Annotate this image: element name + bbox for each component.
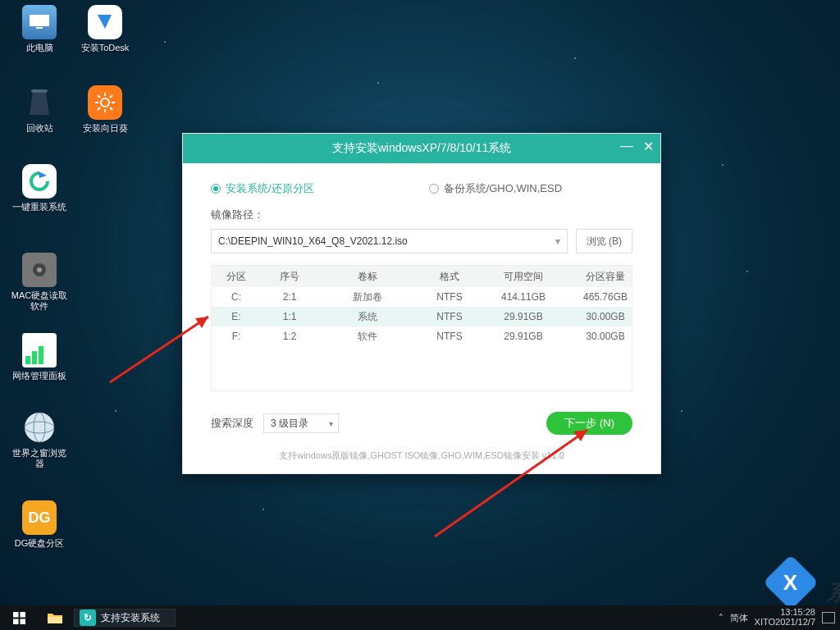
- svg-rect-24: [20, 619, 25, 624]
- desktop-icon-reinstall[interactable]: 一键重装系统: [10, 164, 69, 212]
- radio-dot-icon: [211, 184, 221, 194]
- svg-line-15: [110, 95, 112, 98]
- image-path-value: C:\DEEPIN_WIN10_X64_Q8_V2021.12.iso: [218, 235, 408, 247]
- taskbar-app-installer[interactable]: ↻ 支持安装系统: [74, 609, 176, 627]
- svg-rect-0: [30, 15, 49, 26]
- image-path-label: 镜像路径：: [199, 208, 644, 229]
- desktop-icon-todesk[interactable]: 安装ToDesk: [75, 5, 135, 53]
- system-tray[interactable]: ˄ 简体 13:15:28 XITO2021/12/7: [719, 608, 840, 627]
- desktop-icon-dg-partition[interactable]: DG DG硬盘分区: [10, 500, 69, 549]
- svg-point-4: [37, 267, 42, 272]
- tab-backup[interactable]: 备份系统/GHO,WIN,ESD: [429, 181, 562, 196]
- svg-rect-22: [20, 612, 25, 618]
- tab-install-restore[interactable]: 安装系统/还原分区: [211, 181, 314, 196]
- minimize-button[interactable]: —: [621, 140, 632, 152]
- watermark: X 系统: [733, 561, 840, 607]
- svg-rect-1: [36, 27, 43, 29]
- desktop-icon-recycle-bin[interactable]: 回收站: [10, 85, 69, 134]
- desktop-icon-network-panel[interactable]: 网络管理面板: [10, 333, 69, 381]
- dropdown-icon[interactable]: ▾: [555, 235, 560, 247]
- desktop-icon-this-pc[interactable]: 此电脑: [10, 5, 69, 53]
- footer-hint: 支持windows原版镜像,GHOST ISO镜像,GHO,WIM,ESD镜像安…: [199, 445, 644, 462]
- installer-window: 支持安装windowsXP/7/8/10/11系统 — ✕ 安装系统/还原分区 …: [182, 133, 661, 474]
- clock-date: XITO2021/12/7: [755, 618, 815, 628]
- svg-rect-23: [13, 619, 19, 624]
- close-button[interactable]: ✕: [642, 140, 654, 152]
- desktop-icon-sunflower[interactable]: 安装向日葵: [75, 85, 135, 134]
- table-row[interactable]: E:1:1系统NTFS29.91GB30.00GB: [212, 307, 632, 326]
- notification-icon[interactable]: [822, 612, 835, 623]
- radio-dot-icon: [429, 184, 439, 194]
- ime-indicator[interactable]: 简体: [730, 612, 748, 624]
- start-button[interactable]: [0, 605, 38, 630]
- svg-line-13: [98, 95, 100, 98]
- image-path-input[interactable]: C:\DEEPIN_WIN10_X64_Q8_V2021.12.iso ▾: [211, 229, 568, 253]
- next-button[interactable]: 下一步 (N): [546, 412, 632, 435]
- table-row[interactable]: F:1:2软件NTFS29.91GB30.00GB: [212, 326, 632, 346]
- window-title: 支持安装windowsXP/7/8/10/11系统: [332, 141, 512, 156]
- svg-rect-25: [48, 617, 62, 623]
- search-depth-dropdown[interactable]: 3 级目录: [263, 413, 339, 433]
- titlebar: 支持安装windowsXP/7/8/10/11系统 — ✕: [183, 134, 660, 163]
- svg-point-8: [101, 98, 109, 107]
- windows-icon: [13, 612, 25, 624]
- svg-line-14: [110, 107, 112, 110]
- desktop-icon-mac-hdd[interactable]: MAC硬盘读取软件: [10, 253, 69, 312]
- svg-point-5: [25, 413, 54, 442]
- partition-table: 分区序号卷标格式可用空间分区容量 C:2:1新加卷NTFS414.11GB465…: [211, 265, 632, 391]
- svg-rect-21: [13, 612, 19, 618]
- desktop-icon-browser[interactable]: 世界之窗浏览器: [10, 410, 69, 469]
- svg-line-16: [98, 107, 100, 110]
- tray-chevron-up-icon[interactable]: ˄: [719, 613, 724, 623]
- taskbar: ↻ 支持安装系统 ˄ 简体 13:15:28 XITO2021/12/7: [0, 605, 840, 630]
- taskbar-file-explorer[interactable]: [38, 605, 72, 630]
- svg-rect-2: [31, 89, 48, 93]
- search-depth-label: 搜索深度: [211, 416, 253, 431]
- folder-icon: [47, 611, 63, 624]
- table-row[interactable]: C:2:1新加卷NTFS414.11GB465.76GB: [212, 287, 632, 307]
- installer-icon: ↻: [80, 609, 96, 626]
- browse-button[interactable]: 浏览 (B): [576, 229, 632, 253]
- table-header: 分区序号卷标格式可用空间分区容量: [212, 266, 632, 287]
